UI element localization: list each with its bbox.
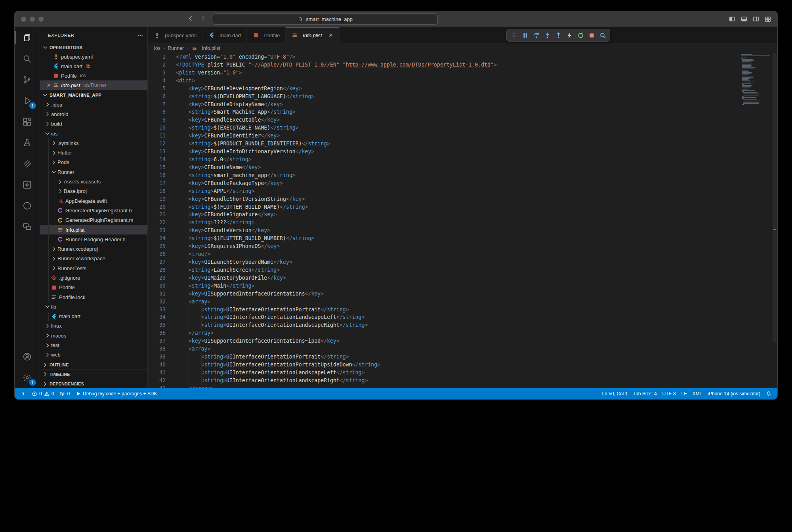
remote-indicator[interactable] — [18, 388, 29, 399]
pause-button[interactable] — [520, 30, 530, 40]
open-editor-Info.plist[interactable]: Info.plistios/Runner — [40, 80, 147, 90]
activity-github[interactable] — [15, 195, 40, 216]
activity-accounts[interactable] — [15, 346, 40, 367]
activity-source-control[interactable] — [15, 69, 40, 90]
activity-testing[interactable] — [15, 132, 40, 153]
scrollbar-thumb[interactable] — [773, 53, 777, 342]
tree-item-Runner.xcodeproj[interactable]: Runner.xcodeproj — [40, 244, 147, 254]
tree-item-Runner.xcworkspace[interactable]: Runner.xcworkspace — [40, 254, 147, 263]
activity-tools[interactable] — [15, 153, 40, 174]
tree-item-RunnerTests[interactable]: RunnerTests — [40, 263, 147, 273]
tree-item-label: Runner.xcworkspace — [57, 256, 105, 261]
stop-button[interactable] — [586, 30, 597, 40]
device-selector[interactable]: iPhone 14 (ios simulator) — [705, 388, 763, 399]
ports-indicator[interactable]: 0 — [57, 388, 73, 399]
section-dependencies[interactable]: DEPENDENCIES — [40, 379, 147, 388]
tree-item-build[interactable]: build — [40, 119, 147, 129]
tree-item-main.dart[interactable]: main.dart — [40, 312, 147, 321]
chevron-down-icon — [42, 92, 49, 98]
tree-item-Pods[interactable]: Pods — [40, 158, 147, 167]
tree-item-web[interactable]: web — [40, 350, 147, 360]
tab-pubspec.yaml[interactable]: pubspec.yaml — [148, 27, 202, 43]
step-into-button[interactable] — [542, 30, 552, 40]
search-icon — [298, 17, 303, 22]
toggle-secondary-sidebar-button[interactable] — [753, 16, 759, 22]
tree-item-Flutter[interactable]: Flutter — [40, 148, 147, 157]
breadcrumb-Info.plist[interactable]: Info.plist — [191, 46, 220, 51]
activity-explorer[interactable] — [15, 27, 40, 48]
tree-item-Base.lproj[interactable]: Base.lproj — [40, 187, 147, 196]
customize-layout-button[interactable] — [765, 16, 771, 22]
tree-item-test[interactable]: test — [40, 340, 147, 350]
tree-item-ios[interactable]: ios — [40, 129, 147, 138]
activity-run-and-debug[interactable]: 1 — [15, 90, 40, 111]
drag-handle-button[interactable] — [509, 30, 519, 40]
language-mode[interactable]: XML — [690, 388, 705, 399]
activity-extensions[interactable] — [15, 111, 40, 132]
section-timeline[interactable]: TIMELINE — [40, 369, 147, 379]
tree-item-android[interactable]: android — [40, 109, 147, 119]
editor-scrollbar[interactable] — [772, 53, 777, 388]
step-out-button[interactable] — [553, 30, 563, 40]
breadcrumb-Runner[interactable]: Runner — [168, 46, 184, 51]
command-center-search[interactable]: smart_machine_app — [213, 13, 438, 25]
tab-main.dart[interactable]: main.dart — [202, 27, 247, 43]
tab-Podfile[interactable]: Podfile — [247, 27, 286, 43]
open-editors-label: OPEN EDITORS — [50, 45, 82, 50]
tree-item-AppDelegate.swift[interactable]: AppDelegate.swift — [40, 196, 147, 206]
tree-item-Runner-Bridging-Header.h[interactable]: Runner-Bridging-Header.h — [40, 235, 147, 244]
tab-Info.plist[interactable]: Info.plist — [286, 27, 339, 43]
tree-item-Runner[interactable]: Runner — [40, 167, 147, 177]
open-editor-main.dart[interactable]: main.dartlib — [40, 61, 147, 71]
tree-item-Podfile[interactable]: Podfile — [40, 283, 147, 292]
tree-item-Podfile.lock[interactable]: Podfile.lock — [40, 292, 147, 302]
activity-search[interactable] — [15, 48, 40, 69]
eol-setting[interactable]: LF — [679, 388, 690, 399]
section-outline[interactable]: OUTLINE — [40, 360, 147, 369]
tree-item-Assets.xcassets[interactable]: Assets.xcassets — [40, 177, 147, 186]
debug-configuration[interactable]: Debug my code + packages + SDK — [73, 388, 160, 399]
tree-item-.gitignore[interactable]: .gitignore — [40, 273, 147, 282]
tree-item-label: ios — [51, 131, 58, 137]
close-window-button[interactable] — [21, 17, 26, 22]
tree-item-.idea[interactable]: .idea — [40, 100, 147, 109]
toggle-panel-button[interactable] — [741, 16, 747, 22]
tree-item-GeneratedPluginRegistrant.m[interactable]: GeneratedPluginRegistrant.m — [40, 215, 147, 225]
encoding-setting[interactable]: UTF-8 — [660, 388, 679, 399]
open-editor-Podfile[interactable]: Podfileios — [40, 71, 147, 80]
hot-restart-button[interactable] — [575, 30, 586, 40]
minimize-window-button[interactable] — [30, 17, 35, 22]
zoom-window-button[interactable] — [38, 17, 44, 22]
navigate-back-button[interactable] — [187, 15, 194, 23]
tree-item-Info.plist[interactable]: Info.plist — [40, 225, 147, 235]
tree-item-linux[interactable]: linux — [40, 321, 147, 331]
tree-item-lib[interactable]: lib — [40, 302, 147, 311]
problems-indicator[interactable]: 0 0 — [29, 388, 57, 399]
close-icon[interactable] — [328, 32, 334, 38]
breadcrumb-ios[interactable]: ios — [154, 46, 160, 51]
minimap[interactable] — [741, 54, 772, 105]
navigate-forward-button[interactable] — [200, 15, 206, 23]
hot-reload-button[interactable] — [564, 30, 574, 40]
step-over-button[interactable] — [531, 30, 541, 40]
chevron-right-icon — [44, 121, 51, 127]
tree-item-label: .idea — [51, 102, 62, 108]
cursor-position[interactable]: Ln 50, Col 1 — [599, 388, 630, 399]
tree-item-.symlinks[interactable]: .symlinks — [40, 138, 147, 148]
notifications[interactable] — [763, 388, 774, 399]
open-devtools-button[interactable] — [597, 30, 608, 40]
tree-item-macos[interactable]: macos — [40, 331, 147, 340]
activity-settings[interactable]: 1 — [15, 367, 40, 388]
project-root-header[interactable]: SMART_MACHINE_APP — [40, 90, 147, 100]
tree-item-GeneratedPluginRegistrant.h[interactable]: GeneratedPluginRegistrant.h — [40, 206, 147, 215]
more-actions-icon[interactable] — [137, 32, 143, 38]
close-icon[interactable] — [45, 82, 52, 88]
activity-remote-explorer[interactable] — [15, 216, 40, 237]
code-editor[interactable]: 1<?xml version="1.0" encoding="UTF-8"?>2… — [148, 53, 777, 388]
toggle-primary-sidebar-button[interactable] — [729, 16, 735, 22]
indentation-setting[interactable]: Tab Size: 4 — [630, 388, 659, 399]
code-line: 9 <key>CFBundleExecutable</key> — [148, 116, 777, 124]
open-editors-header[interactable]: OPEN EDITORS — [40, 43, 147, 52]
activity-task-explorer[interactable] — [15, 174, 40, 195]
open-editor-pubspec.yaml[interactable]: pubspec.yaml — [40, 52, 147, 61]
